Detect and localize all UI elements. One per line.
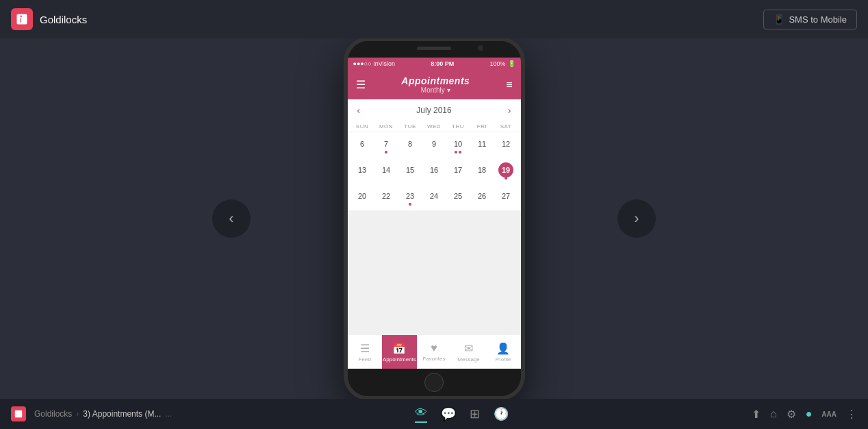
calendar-day-15[interactable]: 15 — [398, 158, 422, 182]
calendar-weekdays: SUN MON TUE WED THU FRI SAT — [348, 121, 521, 132]
appointments-icon: 📅 — [392, 342, 406, 355]
main-content: ‹ ●●●○○ InVision 8:00 PM 100% 🔋 ☰ — [0, 38, 868, 399]
tab-message[interactable]: ✉ Message — [451, 342, 486, 363]
calendar-day-27[interactable]: 27 — [494, 184, 518, 208]
calendar-day-12[interactable]: 12 — [494, 132, 518, 156]
inspect-icon: ⊞ — [470, 406, 480, 421]
bottom-left: Goldilocks › 3) Appointments (M... ... — [11, 406, 172, 421]
weekday-mon: MON — [374, 121, 398, 132]
calendar-nav: ‹ July 2016 › — [348, 99, 521, 121]
status-bar-carrier: ●●●○○ InVision — [353, 60, 396, 67]
appointment-double-dot — [455, 151, 461, 154]
calendar-day-16[interactable]: 16 — [422, 158, 446, 182]
status-bar: ●●●○○ InVision 8:00 PM 100% 🔋 — [348, 58, 521, 70]
comment-icon: 💬 — [441, 406, 456, 421]
calendar-day-11[interactable]: 11 — [470, 132, 494, 156]
tab-favorites[interactable]: ♥ Favorites — [417, 342, 452, 362]
eye-icon: 👁 — [415, 406, 427, 420]
share-button[interactable]: ⬆ — [752, 408, 761, 421]
calendar-day-9[interactable]: 9 — [422, 132, 446, 156]
project-title: Goldilocks — [40, 14, 87, 25]
tab-profile[interactable]: 👤 Profile — [486, 342, 521, 363]
calendar-container: ‹ July 2016 › SUN MON TUE WED THU FRI SA… — [348, 99, 521, 210]
weekday-sun: SUN — [350, 121, 374, 132]
feed-icon: ☰ — [360, 342, 370, 355]
settings-button[interactable]: ⚙ — [787, 408, 796, 421]
phone-bottom — [348, 369, 521, 396]
profile-icon: 👤 — [496, 342, 510, 355]
calendar-week-2: 13 14 15 16 17 18 — [348, 158, 521, 184]
calendar-week-3: 20 22 23 24 25 26 — [348, 184, 521, 210]
user-dot-icon: ● — [806, 408, 813, 419]
bottom-bar: Goldilocks › 3) Appointments (M... ... 👁… — [0, 399, 868, 429]
home-button[interactable] — [424, 373, 444, 392]
prev-month-button[interactable]: ‹ — [357, 105, 361, 116]
calendar-day-7[interactable]: 7 — [374, 132, 398, 156]
calendar-day-23[interactable]: 23 — [398, 184, 422, 208]
tab-feed[interactable]: ☰ Feed — [348, 342, 383, 363]
user-indicator: ● — [806, 408, 813, 420]
app-header: ☰ Appointments Monthly ▾ ≡ — [348, 70, 521, 99]
app-title: Appointments — [366, 75, 507, 86]
invision-logo — [11, 8, 33, 30]
app-subtitle: Monthly ▾ — [366, 86, 507, 94]
next-screen-button[interactable]: › — [617, 199, 656, 238]
more-options-button[interactable]: ⋮ — [846, 408, 857, 421]
breadcrumb: Goldilocks › 3) Appointments (M... ... — [34, 409, 172, 419]
content-area — [348, 210, 521, 334]
breadcrumb-current: 3) Appointments (M... — [83, 409, 161, 419]
calendar-day-14[interactable]: 14 — [374, 158, 398, 182]
weekday-thu: THU — [446, 121, 470, 132]
next-month-button[interactable]: › — [508, 105, 511, 116]
calendar-day-26[interactable]: 26 — [470, 184, 494, 208]
calendar-day-22[interactable]: 22 — [374, 184, 398, 208]
calendar-day-25[interactable]: 25 — [446, 184, 470, 208]
home-icon: ⌂ — [770, 408, 777, 419]
home-nav-button[interactable]: ⌂ — [770, 408, 777, 420]
app-menu-icon[interactable]: ☰ — [356, 78, 366, 91]
calendar-day-13[interactable]: 13 — [350, 158, 374, 182]
comment-button[interactable]: 💬 — [441, 406, 456, 421]
calendar-day-20[interactable]: 20 — [350, 184, 374, 208]
breadcrumb-ellipsis: ... — [165, 409, 172, 419]
inspect-button[interactable]: ⊞ — [470, 406, 480, 421]
battery-icon: 🔋 — [508, 60, 515, 67]
chevron-left-icon: ‹ — [229, 210, 233, 228]
bottom-right: ⬆ ⌂ ⚙ ● AAA ⋮ — [752, 408, 857, 421]
favorites-icon: ♥ — [431, 342, 437, 354]
invision-logo-small — [11, 406, 26, 421]
calendar-day-18[interactable]: 18 — [470, 158, 494, 182]
breadcrumb-root[interactable]: Goldilocks — [34, 409, 72, 419]
weekday-sat: SAT — [494, 121, 518, 132]
mobile-icon: 📱 — [774, 14, 784, 25]
list-icon[interactable]: ≡ — [506, 79, 512, 91]
prev-screen-button[interactable]: ‹ — [212, 199, 251, 238]
status-bar-time: 8:00 PM — [431, 60, 454, 67]
clock-icon: 🕐 — [494, 406, 509, 421]
appointment-dot — [385, 151, 387, 154]
bottom-logo — [11, 406, 26, 421]
weekday-tue: TUE — [398, 121, 422, 132]
phone-camera — [478, 45, 483, 51]
calendar-day-8[interactable]: 8 — [398, 132, 422, 156]
top-header: Goldilocks 📱 SMS to Mobile — [0, 0, 868, 38]
weekday-fri: FRI — [470, 121, 494, 132]
calendar-day-17[interactable]: 17 — [446, 158, 470, 182]
sms-to-mobile-button[interactable]: 📱 SMS to Mobile — [763, 10, 857, 29]
preview-mode-button[interactable]: 👁 — [415, 406, 427, 423]
appointment-dot — [409, 203, 411, 206]
calendar-day-19[interactable]: 19 — [494, 158, 518, 182]
tab-appointments[interactable]: 📅 Appointments — [382, 335, 417, 369]
bottom-center: 👁 💬 ⊞ 🕐 — [415, 406, 509, 423]
calendar-day-10[interactable]: 10 — [446, 132, 470, 156]
calendar-day-6[interactable]: 6 — [350, 132, 374, 156]
status-bar-battery: 100% 🔋 — [489, 60, 515, 67]
font-size-controls: AAA — [821, 410, 837, 418]
chevron-right-icon: › — [634, 210, 639, 228]
phone-top-bar — [348, 41, 521, 58]
share-icon: ⬆ — [752, 408, 761, 420]
header-left: Goldilocks — [11, 8, 87, 30]
phone-speaker — [417, 47, 451, 50]
calendar-day-24[interactable]: 24 — [422, 184, 446, 208]
history-button[interactable]: 🕐 — [494, 406, 509, 421]
